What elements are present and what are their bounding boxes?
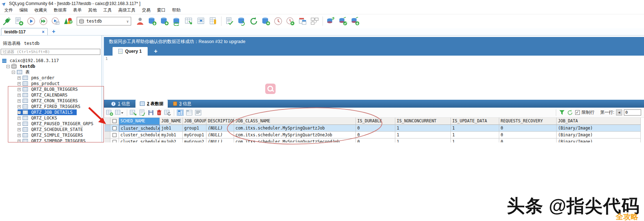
data-sync-run-button[interactable]	[350, 16, 361, 27]
cell[interactable]: 1	[451, 132, 499, 138]
menu-database[interactable]: 数据库	[52, 7, 71, 13]
tree-item-table[interactable]: +pms_product	[0, 81, 101, 86]
add-database-button[interactable]	[261, 16, 271, 27]
new-database-button[interactable]	[159, 16, 170, 27]
add-row-button[interactable]	[106, 109, 113, 116]
execute-query-button[interactable]	[26, 16, 37, 27]
select-all-checkbox[interactable]	[110, 118, 119, 125]
export-table-button[interactable]	[183, 16, 194, 27]
column-header[interactable]: DESCRIPTION	[206, 118, 234, 125]
cell[interactable]: 1	[451, 138, 499, 142]
menu-tools[interactable]: 工具	[101, 7, 116, 13]
schema-designer-button[interactable]	[309, 16, 320, 27]
cell[interactable]: 1	[395, 138, 451, 142]
refresh-object-browser-button[interactable]	[236, 16, 247, 27]
table-row[interactable]: cluster_scheduler myJob1 myGroup1 (NULL)…	[105, 132, 642, 138]
cell[interactable]: (Binary/Image)	[557, 138, 641, 142]
cell[interactable]: 1	[451, 125, 499, 132]
expand-icon[interactable]: +	[18, 122, 21, 126]
menu-edit[interactable]: 编辑	[17, 7, 32, 13]
import-table-button[interactable]	[196, 16, 206, 27]
first-row-input[interactable]	[624, 109, 641, 116]
tree-item-table[interactable]: +QRTZ_CALENDARS	[0, 92, 101, 98]
filter-button[interactable]	[559, 109, 565, 116]
data-sync-button[interactable]	[325, 16, 336, 27]
menu-transaction[interactable]: 交易	[140, 7, 155, 13]
copy-database-button[interactable]	[297, 16, 308, 27]
tab-messages-1[interactable]: 1 信息	[107, 100, 134, 108]
tree-item-table[interactable]: +QRTZ_SIMPROP_TRIGGERS	[0, 138, 101, 142]
paste-rows-menu-button[interactable]	[115, 109, 124, 116]
cell[interactable]: cluster_scheduler	[119, 125, 160, 132]
cell[interactable]: cluster_scheduler	[119, 132, 160, 138]
first-row-spinner-button[interactable]: ◀	[616, 109, 622, 116]
scheduler-button[interactable]	[273, 16, 283, 27]
data-sync-report-button[interactable]	[338, 16, 348, 27]
menu-favorites[interactable]: 收藏夹	[32, 7, 52, 13]
delete-row-button[interactable]	[156, 109, 162, 116]
row-checkbox[interactable]	[110, 132, 119, 138]
cell[interactable]: com.itxs.scheduler.MySpringQuartzSecondJ…	[234, 138, 356, 142]
query-profiler-button[interactable]	[62, 16, 73, 27]
cell[interactable]: job1	[160, 125, 183, 132]
table-row[interactable]: cluster_scheduler myJob2 myGroup2 (NULL)…	[105, 138, 642, 142]
menu-others[interactable]: 其他	[86, 7, 101, 13]
cell[interactable]: (Binary/Image)	[557, 132, 641, 138]
column-header[interactable]: IS_DURABLE	[356, 118, 395, 125]
menu-file[interactable]: 文件	[2, 7, 17, 13]
cell[interactable]: cluster_scheduler	[119, 138, 160, 142]
column-header[interactable]: JOB_CLASS_NAME	[234, 118, 356, 125]
cell[interactable]: com.itxs.scheduler.MySpringQuartzJob	[234, 125, 356, 132]
cell[interactable]: com.itxs.scheduler.MySpringQuartzOneJob	[234, 132, 356, 138]
cell[interactable]: 1	[395, 132, 451, 138]
menu-help[interactable]: 帮助	[170, 7, 185, 13]
cell[interactable]: 1	[395, 125, 451, 132]
cell[interactable]: group1	[183, 125, 206, 132]
expand-icon[interactable]: +	[18, 140, 21, 143]
tree-item-table[interactable]: +QRTZ_SIMPLE_TRIGGERS	[0, 132, 101, 138]
new-query-tab-button[interactable]: +	[154, 48, 158, 55]
column-header[interactable]: IS_UPDATE_DATA	[451, 118, 499, 125]
sort-refresh-button[interactable]	[567, 109, 573, 116]
tree-item-connection[interactable]: caixc@192.168.3.117	[0, 58, 101, 64]
expand-icon[interactable]: +	[18, 117, 21, 120]
expand-icon[interactable]: +	[18, 99, 21, 103]
grid-view-button[interactable]	[177, 109, 184, 116]
expand-icon[interactable]: +	[18, 82, 21, 85]
export-data-button[interactable]	[130, 109, 137, 116]
backup-database-button[interactable]	[147, 16, 158, 27]
cell[interactable]: (Binary/Image)	[557, 125, 641, 132]
cell[interactable]: 0	[356, 132, 395, 138]
text-view-button[interactable]	[195, 109, 202, 116]
cell[interactable]: (NULL)	[206, 138, 234, 142]
save-changes-button[interactable]	[148, 109, 154, 116]
row-checkbox[interactable]	[110, 138, 119, 142]
collapse-icon[interactable]: −	[12, 71, 15, 74]
cell[interactable]: myJob1	[160, 132, 183, 138]
cell[interactable]: 0	[499, 132, 557, 138]
refresh-button[interactable]	[248, 16, 259, 27]
tree-item-table-selected[interactable]: +QRTZ_JOB_DETAILS	[0, 109, 101, 115]
import-data-button[interactable]	[139, 109, 146, 116]
form-view-button[interactable]	[186, 109, 193, 116]
tree-item-table[interactable]: +QRTZ_FIRED_TRIGGERS	[0, 104, 101, 109]
expand-icon[interactable]: +	[18, 88, 21, 91]
cell[interactable]: 0	[499, 125, 557, 132]
tab-testdb-117[interactable]: testdb-117 ×	[1, 28, 48, 35]
tree-item-tables-folder[interactable]: −表	[0, 69, 101, 75]
table-filter-input[interactable]	[1, 49, 100, 55]
cell[interactable]: (NULL)	[206, 132, 234, 138]
menu-window[interactable]: 窗口	[155, 7, 170, 13]
expand-icon[interactable]: +	[18, 134, 21, 137]
cell[interactable]: 0	[356, 138, 395, 142]
column-header[interactable]: JOB_GROUP	[183, 118, 206, 125]
column-header[interactable]: JOB_NAME	[160, 118, 183, 125]
cell[interactable]: myJob2	[160, 138, 183, 142]
new-query-editor-button[interactable]	[14, 16, 24, 27]
scheduled-backup-button[interactable]	[285, 16, 296, 27]
new-connection-tab-button[interactable]: +	[52, 28, 55, 35]
menu-table[interactable]: 表单	[71, 7, 86, 13]
tab-table-data[interactable]: 2 表数据	[135, 100, 168, 108]
refresh-data-button[interactable]	[164, 109, 171, 116]
tree-item-table[interactable]: +QRTZ_BLOB_TRIGGERS	[0, 86, 101, 92]
